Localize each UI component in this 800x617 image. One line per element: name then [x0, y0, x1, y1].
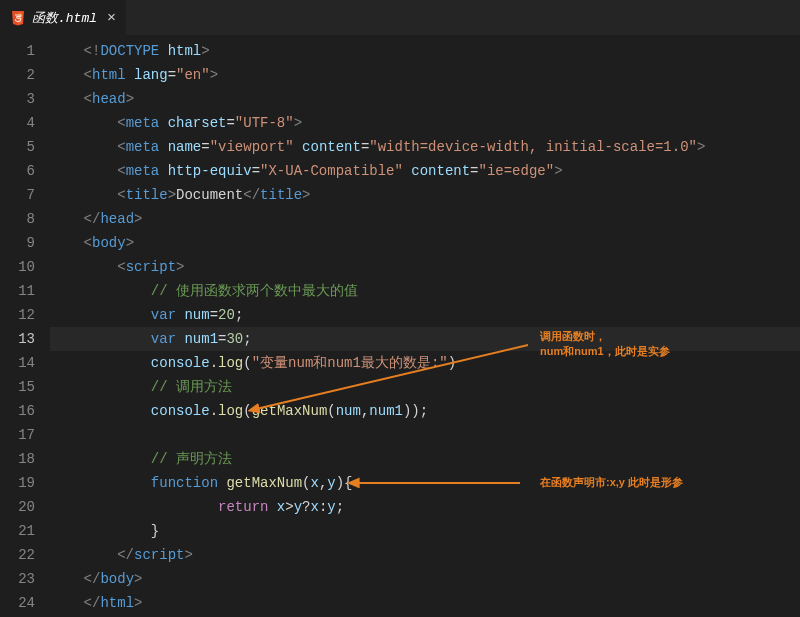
- code-editor[interactable]: 123456789101112131415161718192021222324 …: [0, 35, 800, 617]
- code-line[interactable]: <body>: [50, 231, 800, 255]
- code-line[interactable]: <meta charset="UTF-8">: [50, 111, 800, 135]
- line-number: 5: [0, 135, 35, 159]
- line-number: 21: [0, 519, 35, 543]
- code-line[interactable]: }: [50, 519, 800, 543]
- code-line[interactable]: <title>Document</title>: [50, 183, 800, 207]
- code-line[interactable]: <!DOCTYPE html>: [50, 39, 800, 63]
- code-line[interactable]: // 调用方法: [50, 375, 800, 399]
- line-number: 1: [0, 39, 35, 63]
- file-tab[interactable]: 函数.html ×: [0, 0, 126, 35]
- line-number: 4: [0, 111, 35, 135]
- code-area[interactable]: <!DOCTYPE html> <html lang="en"> <head> …: [50, 39, 800, 617]
- code-line[interactable]: <meta name="viewport" content="width=dev…: [50, 135, 800, 159]
- code-line[interactable]: </body>: [50, 567, 800, 591]
- code-line[interactable]: </script>: [50, 543, 800, 567]
- tab-bar: 函数.html ×: [0, 0, 800, 35]
- html-file-icon: [10, 10, 26, 26]
- code-line[interactable]: <html lang="en">: [50, 63, 800, 87]
- line-number: 9: [0, 231, 35, 255]
- tab-filename: 函数.html: [32, 9, 97, 27]
- line-number: 11: [0, 279, 35, 303]
- code-line[interactable]: function getMaxNum(x,y){: [50, 471, 800, 495]
- line-number: 13: [0, 327, 35, 351]
- line-number: 17: [0, 423, 35, 447]
- code-line[interactable]: </html>: [50, 591, 800, 615]
- code-line[interactable]: console.log(getMaxNum(num,num1));: [50, 399, 800, 423]
- code-line[interactable]: <meta http-equiv="X-UA-Compatible" conte…: [50, 159, 800, 183]
- code-line[interactable]: console.log("变量num和num1最大的数是:"): [50, 351, 800, 375]
- line-number: 7: [0, 183, 35, 207]
- code-line[interactable]: </head>: [50, 207, 800, 231]
- line-number: 20: [0, 495, 35, 519]
- line-number: 10: [0, 255, 35, 279]
- line-number: 24: [0, 591, 35, 615]
- line-number: 18: [0, 447, 35, 471]
- line-number: 16: [0, 399, 35, 423]
- line-number: 12: [0, 303, 35, 327]
- line-number: 23: [0, 567, 35, 591]
- line-number: 3: [0, 87, 35, 111]
- code-line[interactable]: [50, 423, 800, 447]
- line-number: 19: [0, 471, 35, 495]
- code-line[interactable]: // 声明方法: [50, 447, 800, 471]
- line-gutter: 123456789101112131415161718192021222324: [0, 39, 50, 617]
- close-icon[interactable]: ×: [107, 10, 116, 27]
- code-line[interactable]: // 使用函数求两个数中最大的值: [50, 279, 800, 303]
- line-number: 6: [0, 159, 35, 183]
- line-number: 22: [0, 543, 35, 567]
- code-line[interactable]: return x>y?x:y;: [50, 495, 800, 519]
- line-number: 2: [0, 63, 35, 87]
- line-number: 14: [0, 351, 35, 375]
- line-number: 15: [0, 375, 35, 399]
- code-line[interactable]: <script>: [50, 255, 800, 279]
- code-line[interactable]: var num1=30;: [50, 327, 800, 351]
- code-line[interactable]: <head>: [50, 87, 800, 111]
- code-line[interactable]: var num=20;: [50, 303, 800, 327]
- line-number: 8: [0, 207, 35, 231]
